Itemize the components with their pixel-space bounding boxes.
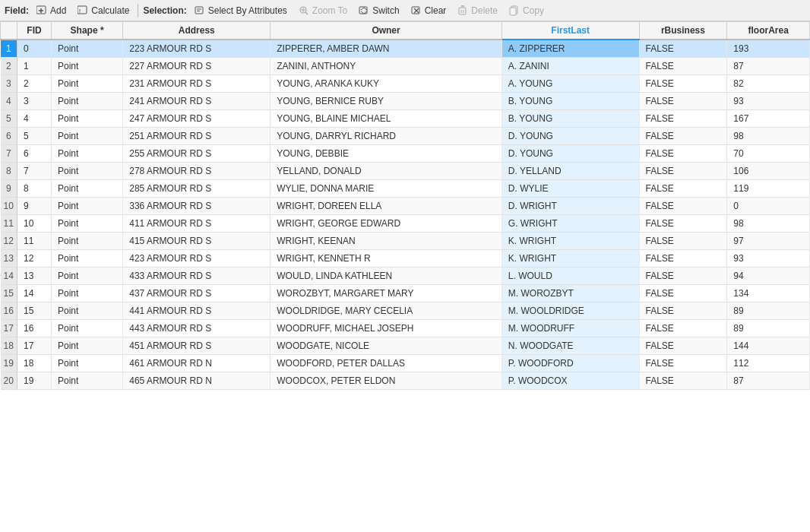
cell-shape: Point: [52, 250, 123, 268]
table-row[interactable]: 21Point227 ARMOUR RD SZANINI, ANTHONYA. …: [1, 58, 810, 75]
selection-label: Selection:: [143, 5, 186, 16]
cell-address: 285 ARMOUR RD S: [123, 180, 271, 198]
cell-fid: 14: [17, 285, 52, 302]
cell-firstlast: M. WOODRUFF: [502, 320, 639, 337]
cell-owner: ZIPPERER, AMBER DAWN: [271, 40, 502, 58]
cell-shape: Point: [52, 285, 123, 302]
table-row[interactable]: 1918Point461 ARMOUR RD NWOODFORD, PETER …: [1, 355, 810, 372]
cell-address: 278 ARMOUR RD S: [123, 163, 271, 180]
table-row[interactable]: 65Point251 ARMOUR RD SYOUNG, DARRYL RICH…: [1, 128, 810, 145]
cell-owner: WOULD, LINDA KATHLEEN: [271, 268, 502, 285]
cell-owner: WOOLDRIDGE, MARY CECELIA: [271, 302, 502, 320]
table-row[interactable]: 1110Point411 ARMOUR RD SWRIGHT, GEORGE E…: [1, 215, 810, 233]
cell-firstlast: M. WOROZBYT: [502, 285, 639, 302]
col-owner[interactable]: Owner: [271, 22, 502, 40]
table-row[interactable]: 1716Point443 ARMOUR RD SWOODRUFF, MICHAE…: [1, 320, 810, 337]
col-address[interactable]: Address: [123, 22, 271, 40]
cell-floorarea: 82: [727, 75, 810, 93]
cell-shape: Point: [52, 180, 123, 198]
col-fid[interactable]: FID: [17, 22, 52, 40]
cell-rbusiness: FALSE: [639, 40, 727, 58]
table-row[interactable]: 1514Point437 ARMOUR RD SWOROZBYT, MARGAR…: [1, 285, 810, 302]
cell-rownum: 9: [1, 180, 17, 198]
zoom-to-icon: [298, 5, 310, 17]
calculate-button[interactable]: f Calculate: [73, 2, 133, 19]
table-row[interactable]: 76Point255 ARMOUR RD SYOUNG, DEBBIED. YO…: [1, 145, 810, 163]
col-floorarea[interactable]: floorArea: [727, 22, 810, 40]
cell-floorarea: 98: [727, 215, 810, 233]
col-firstlast[interactable]: FirstLast: [502, 22, 639, 40]
cell-rownum: 1: [1, 40, 17, 58]
cell-rbusiness: FALSE: [639, 302, 727, 320]
table-row[interactable]: 1312Point423 ARMOUR RD SWRIGHT, KENNETH …: [1, 250, 810, 268]
cell-address: 423 ARMOUR RD S: [123, 250, 271, 268]
table-row[interactable]: 2019Point465 ARMOUR RD NWOODCOX, PETER E…: [1, 372, 810, 390]
delete-button[interactable]: Delete: [453, 2, 502, 19]
clear-button[interactable]: Clear: [407, 2, 451, 19]
cell-fid: 1: [17, 58, 52, 75]
cell-rbusiness: FALSE: [639, 268, 727, 285]
cell-shape: Point: [52, 355, 123, 372]
cell-shape: Point: [52, 110, 123, 128]
table-row[interactable]: 10Point223 ARMOUR RD SZIPPERER, AMBER DA…: [1, 40, 810, 58]
table-row[interactable]: 109Point336 ARMOUR RD SWRIGHT, DOREEN EL…: [1, 198, 810, 215]
cell-floorarea: 119: [727, 180, 810, 198]
cell-owner: WRIGHT, DOREEN ELLA: [271, 198, 502, 215]
table-row[interactable]: 98Point285 ARMOUR RD SWYLIE, DONNA MARIE…: [1, 180, 810, 198]
add-button[interactable]: Add: [32, 2, 70, 19]
table-row[interactable]: 1615Point441 ARMOUR RD SWOOLDRIDGE, MARY…: [1, 302, 810, 320]
col-rownum[interactable]: [1, 22, 17, 40]
cell-rownum: 12: [1, 233, 17, 250]
cell-shape: Point: [52, 268, 123, 285]
delete-label: Delete: [471, 5, 498, 16]
cell-rbusiness: FALSE: [639, 250, 727, 268]
cell-rownum: 13: [1, 250, 17, 268]
cell-floorarea: 97: [727, 233, 810, 250]
table-row[interactable]: 87Point278 ARMOUR RD SYELLAND, DONALDD. …: [1, 163, 810, 180]
cell-address: 247 ARMOUR RD S: [123, 110, 271, 128]
table-row[interactable]: 54Point247 ARMOUR RD SYOUNG, BLAINE MICH…: [1, 110, 810, 128]
cell-fid: 11: [17, 233, 52, 250]
cell-fid: 9: [17, 198, 52, 215]
cell-floorarea: 167: [727, 110, 810, 128]
add-label: Add: [50, 5, 66, 16]
table-row[interactable]: 32Point231 ARMOUR RD SYOUNG, ARANKA KUKY…: [1, 75, 810, 93]
cell-fid: 13: [17, 268, 52, 285]
cell-shape: Point: [52, 145, 123, 163]
switch-button[interactable]: Switch: [354, 2, 403, 19]
select-by-attributes-button[interactable]: Select By Attributes: [190, 2, 291, 19]
cell-shape: Point: [52, 58, 123, 75]
cell-firstlast: P. WOODFORD: [502, 355, 639, 372]
col-rbusiness[interactable]: rBusiness: [639, 22, 727, 40]
attribute-table: FID Shape * Address Owner FirstLast rBus…: [0, 21, 810, 532]
cell-address: 465 ARMOUR RD N: [123, 372, 271, 390]
cell-rbusiness: FALSE: [639, 163, 727, 180]
cell-rownum: 14: [1, 268, 17, 285]
table-row[interactable]: 1817Point451 ARMOUR RD SWOODGATE, NICOLE…: [1, 337, 810, 355]
col-shape[interactable]: Shape *: [52, 22, 123, 40]
select-by-attributes-label: Select By Attributes: [208, 5, 287, 16]
cell-rownum: 8: [1, 163, 17, 180]
cell-owner: YOUNG, DARRYL RICHARD: [271, 128, 502, 145]
cell-floorarea: 106: [727, 163, 810, 180]
table-row[interactable]: 43Point241 ARMOUR RD SYOUNG, BERNICE RUB…: [1, 93, 810, 110]
calculate-icon: f: [77, 5, 89, 17]
cell-shape: Point: [52, 337, 123, 355]
cell-shape: Point: [52, 302, 123, 320]
cell-address: 251 ARMOUR RD S: [123, 128, 271, 145]
cell-owner: YOUNG, BERNICE RUBY: [271, 93, 502, 110]
cell-floorarea: 93: [727, 250, 810, 268]
cell-owner: YELLAND, DONALD: [271, 163, 502, 180]
table-row[interactable]: 1211Point415 ARMOUR RD SWRIGHT, KEENANK.…: [1, 233, 810, 250]
cell-rownum: 7: [1, 145, 17, 163]
cell-address: 451 ARMOUR RD S: [123, 337, 271, 355]
separator-1: [138, 4, 138, 17]
svg-rect-21: [510, 8, 516, 15]
cell-rownum: 4: [1, 93, 17, 110]
cell-floorarea: 94: [727, 268, 810, 285]
cell-floorarea: 134: [727, 285, 810, 302]
copy-button[interactable]: Copy: [505, 2, 548, 19]
table-row[interactable]: 1413Point433 ARMOUR RD SWOULD, LINDA KAT…: [1, 268, 810, 285]
cell-firstlast: D. YOUNG: [502, 128, 639, 145]
zoom-to-button[interactable]: Zoom To: [294, 2, 351, 19]
